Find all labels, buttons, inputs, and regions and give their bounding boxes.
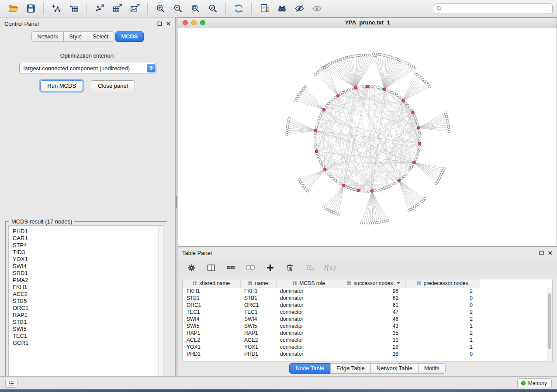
run-mcds-button[interactable]: Run MCDS [40, 80, 83, 91]
window-minimize-button[interactable] [191, 20, 197, 25]
import-table-icon [69, 3, 79, 14]
mcds-result-item[interactable]: RAP1 [13, 312, 163, 319]
scrollbar-thumb[interactable] [548, 293, 551, 349]
search-input[interactable] [444, 6, 549, 12]
mcds-result-item[interactable]: SWI5 [13, 326, 163, 333]
zoom-in-button[interactable] [153, 2, 168, 16]
table-cell: dominator [276, 351, 342, 358]
deselect-all-button[interactable] [245, 262, 256, 273]
mcds-result-item[interactable]: STB1 [13, 319, 163, 326]
zoom-fit-button[interactable] [188, 2, 203, 16]
mcds-result-item[interactable]: SWI4 [13, 263, 163, 270]
mcds-result-item[interactable]: YOX1 [13, 256, 163, 263]
mcds-result-item[interactable]: SRD1 [13, 270, 163, 277]
tab-motifs[interactable]: Motifs [418, 363, 446, 374]
mcds-result-item[interactable]: TID3 [13, 249, 163, 256]
table-settings-button[interactable] [186, 262, 197, 273]
table-row[interactable]: ACE2ACE2connector311 [183, 337, 480, 344]
hide-columns-button[interactable] [304, 262, 315, 273]
mcds-result-item[interactable]: PHD1 [13, 228, 163, 235]
table-cell: 1 [405, 323, 480, 330]
table-row[interactable]: FKH1FKH1dominator962 [183, 288, 480, 295]
network-canvas[interactable] [178, 28, 557, 246]
optimization-criterion-dropdown[interactable]: largest connected component (undirected) [19, 63, 156, 73]
zoom-out-button[interactable] [170, 2, 185, 16]
table-cell: YOX1 [183, 344, 240, 351]
mcds-result-item[interactable]: ORC1 [13, 305, 163, 312]
table-row[interactable]: STB1STB1dominator620 [183, 295, 480, 302]
search-network-button[interactable] [274, 2, 289, 16]
clone-network-button[interactable] [257, 2, 272, 16]
mcds-result-item[interactable]: TEC1 [13, 333, 163, 340]
table-row[interactable]: ORC1ORC1dominator610 [183, 302, 480, 309]
table-row[interactable]: SWI5SWI5connector431 [183, 323, 480, 330]
network-window-titlebar[interactable]: YPA_prune.txt_1 [178, 18, 557, 28]
import-network-button[interactable] [49, 2, 64, 16]
network-graph[interactable] [178, 28, 557, 246]
save-button[interactable] [23, 2, 38, 16]
float-panel-icon[interactable] [539, 251, 544, 255]
window-maximize-button[interactable] [200, 20, 205, 25]
apply-layout-button[interactable] [231, 2, 246, 16]
eye-slash-icon [294, 3, 304, 14]
table-cell: PHD1 [183, 351, 240, 358]
table-cell: SWI4 [183, 316, 240, 323]
tab-network[interactable]: Network [31, 31, 63, 42]
tab-mcds[interactable]: MCDS [115, 31, 143, 42]
memory-button[interactable]: Memory [517, 378, 552, 388]
mcds-result-item[interactable]: CAR1 [13, 235, 163, 242]
table-cell: ORC1 [240, 302, 276, 309]
export-image-button[interactable] [127, 2, 142, 16]
mcds-result-item[interactable]: PMA2 [13, 277, 163, 284]
table-scrollbar[interactable] [547, 288, 552, 361]
network-search-field[interactable] [433, 3, 553, 14]
toggle-graphics-details-button[interactable] [292, 2, 307, 16]
float-panel-icon[interactable] [157, 21, 162, 26]
import-table-button[interactable] [66, 2, 81, 16]
task-history-button[interactable] [5, 379, 17, 388]
zoom-selected-button[interactable] [205, 2, 220, 16]
table-cell: 0 [405, 302, 480, 309]
table-row[interactable]: SWI4SWI4dominator462 [183, 316, 480, 323]
open-file-button[interactable] [6, 2, 21, 16]
select-all-button[interactable] [225, 262, 236, 273]
mcds-result-item[interactable]: GCR1 [13, 340, 163, 347]
delete-column-button[interactable] [284, 262, 295, 273]
column-header-mcds-role[interactable]: MCDS role [276, 279, 342, 288]
table-cell: STB1 [183, 295, 240, 302]
column-header-name[interactable]: name [240, 279, 276, 288]
tab-style[interactable]: Style [63, 31, 87, 42]
function-builder-button[interactable]: f(x) [323, 264, 335, 272]
column-header-successor-nodes[interactable]: successor nodes [342, 279, 405, 288]
show-columns-button[interactable] [205, 262, 217, 273]
refresh-icon [234, 3, 244, 14]
mcds-result-item[interactable]: FKH1 [13, 284, 163, 291]
close-panel-icon[interactable] [548, 251, 553, 255]
table-row[interactable]: RAP1RAP1dominator352 [183, 330, 480, 337]
export-table-button[interactable] [110, 2, 125, 16]
window-close-button[interactable] [183, 20, 188, 25]
table-row[interactable]: PHD1PHD1dominator180 [183, 351, 480, 358]
close-panel-icon[interactable] [166, 21, 171, 26]
show-hide-button[interactable] [309, 2, 324, 16]
table-row[interactable]: TEC1TEC1connector472 [183, 309, 480, 316]
tab-edge-table[interactable]: Edge Table [330, 363, 370, 374]
mcds-result-item[interactable]: ACE2 [13, 291, 163, 298]
mcds-result-item[interactable]: STP4 [13, 242, 163, 249]
tab-select[interactable]: Select [87, 31, 114, 42]
column-header-predecessor-nodes[interactable]: predecessor nodes [405, 279, 480, 288]
table-row[interactable]: YOX1YOX1connector291 [183, 344, 480, 351]
mcds-result-list[interactable]: PHD1CAR1STP4TID3YOX1SWI4SRD1PMA2FKH1ACE2… [8, 225, 163, 380]
splitter-grip[interactable] [176, 196, 177, 208]
tab-network-table[interactable]: Network Table [370, 363, 418, 374]
column-header-shared-name[interactable]: shared name [183, 279, 240, 288]
mcds-result-item[interactable]: STB5 [13, 298, 163, 305]
grid-disabled-icon [305, 263, 314, 272]
table-cell: ACE2 [183, 337, 240, 344]
tab-node-table[interactable]: Node Table [289, 363, 330, 374]
close-panel-button[interactable]: Close panel [91, 80, 135, 91]
add-column-button[interactable] [264, 262, 276, 273]
table-cell: 62 [342, 295, 405, 302]
table-cell: TEC1 [183, 309, 240, 316]
export-network-button[interactable] [92, 2, 107, 16]
